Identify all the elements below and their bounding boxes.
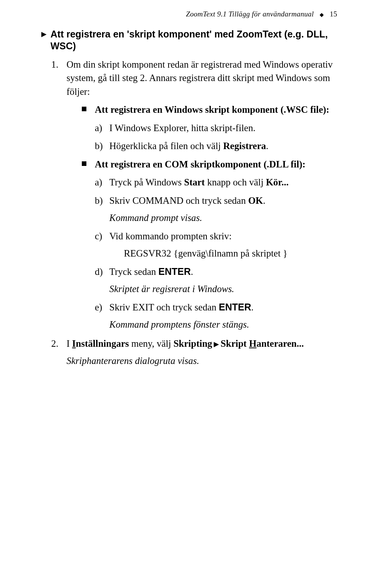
com-step-e-enter: ENTER xyxy=(219,302,251,312)
step-2-bold1: Skripting xyxy=(174,338,212,349)
com-step-e: Skriv EXIT och tryck sedan ENTER. xyxy=(95,300,337,314)
step-2-pre: I xyxy=(67,338,72,349)
com-note-after-d: Skriptet är regisrerat i Windows. xyxy=(109,282,337,296)
step-1-intro: Om din skript komponent redan är registr… xyxy=(67,59,333,97)
section-heading: ▶ Att registrera en 'skript komponent' m… xyxy=(51,28,337,52)
step-2-note: Skriphanterarens dialogruta visas. xyxy=(67,354,337,368)
triangle-right-icon: ▶ xyxy=(41,28,47,40)
com-note-after-b: Kommand prompt visas. xyxy=(109,211,337,225)
bullet-com-title: Att registrera en COM skriptkomponent (.… xyxy=(95,159,305,169)
runhead-page-number: 15 xyxy=(330,10,337,18)
wsc-step-a-text: I Windows Explorer, hitta skript-filen. xyxy=(109,123,255,133)
com-step-e-post: . xyxy=(251,302,253,312)
com-step-c-text: Vid kommando prompten skriv: xyxy=(109,231,232,241)
com-step-e-pre: Skriv EXIT och tryck sedan xyxy=(109,302,219,312)
com-step-d-enter: ENTER xyxy=(158,266,191,277)
com-step-a-bold2: Kör... xyxy=(266,177,289,187)
com-note-after-e: Kommand promptens fönster stängs. xyxy=(109,318,337,331)
com-step-a-mid: knapp och välj xyxy=(205,177,266,187)
com-step-a-bold1: Start xyxy=(184,177,205,187)
com-step-b-post: . xyxy=(263,195,265,206)
com-step-d: Tryck sedan ENTER. xyxy=(95,265,337,279)
com-step-d-post: . xyxy=(191,266,193,277)
com-step-d-pre: Tryck sedan xyxy=(109,266,158,277)
bullet-com: Att registrera en COM skriptkomponent (.… xyxy=(82,158,337,331)
step-2-bold2-post: anteraren... xyxy=(257,338,304,349)
wsc-step-b-pre: Högerklicka på filen och välj xyxy=(109,141,223,151)
runhead-diamond-icon: ◆ xyxy=(320,11,324,18)
com-step-c: Vid kommando prompten skriv: xyxy=(95,229,337,243)
step-2-u-h: H xyxy=(249,338,256,349)
runhead-title: ZoomText 9.1 Tillägg för användarmanual xyxy=(186,10,314,18)
step-2-u-i: I xyxy=(72,338,76,349)
wsc-step-b: Högerklicka på filen och välj Registrera… xyxy=(95,139,337,153)
bullet-wsc-title: Att registrera en Windows skript kompone… xyxy=(95,104,329,115)
com-step-b: Skriv COMMAND och tryck sedan OK. xyxy=(95,194,337,208)
step-1: Om din skript komponent redan är registr… xyxy=(51,58,337,331)
step-2-bold2-pre: Skript xyxy=(221,338,249,349)
com-step-b-pre: Skriv COMMAND och tryck sedan xyxy=(109,195,248,206)
wsc-step-b-bold: Registrera xyxy=(223,141,266,151)
bullet-wsc: Att registrera en Windows skript kompone… xyxy=(82,103,337,153)
wsc-step-a: I Windows Explorer, hitta skript-filen. xyxy=(95,121,337,135)
triangle-right-icon: ▶ xyxy=(214,340,219,348)
step-2-mid1: meny, välj xyxy=(129,338,173,349)
running-header: ZoomText 9.1 Tillägg för användarmanual … xyxy=(51,10,337,18)
section-heading-text: Att registrera en 'skript komponent' med… xyxy=(50,28,337,52)
com-step-b-bold: OK xyxy=(248,195,263,206)
step-2: I Inställningars meny, välj Skripting▶Sk… xyxy=(51,337,337,368)
com-step-a: Tryck på Windows Start knapp och välj Kö… xyxy=(95,175,337,189)
com-step-a-pre: Tryck på Windows xyxy=(109,177,184,187)
step-2-rest1: nställningars xyxy=(76,338,129,349)
wsc-step-b-post: . xyxy=(266,141,268,151)
com-step-c-command: REGSVR32 {genväg\filnamn på skriptet } xyxy=(124,247,337,260)
